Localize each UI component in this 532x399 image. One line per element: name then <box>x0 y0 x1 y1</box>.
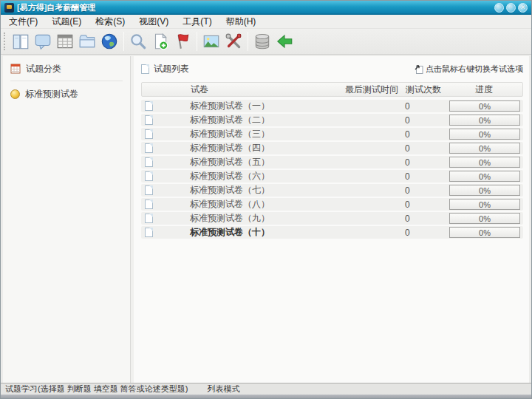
paper-name: 标准预测试卷（七） <box>171 184 321 197</box>
window-title: [易方得]自考薪酬管理 <box>17 2 95 13</box>
window-bottom-edge <box>1 395 531 398</box>
page-icon <box>145 129 153 139</box>
paper-name: 标准预测试卷（六） <box>171 170 321 183</box>
progress-bar: 0% <box>449 143 520 154</box>
test-count: 0 <box>402 143 446 154</box>
page-icon <box>145 171 153 181</box>
database-icon[interactable] <box>251 30 273 52</box>
table-row[interactable]: 标准预测试卷（二） 0 0% <box>141 114 523 126</box>
menu-file[interactable]: 文件(F) <box>9 16 38 28</box>
table-row[interactable]: 标准预测试卷（五） 0 0% <box>141 156 523 168</box>
test-count: 0 <box>402 101 446 112</box>
toolbar <box>1 29 531 55</box>
paper-name: 标准预测试卷（五） <box>171 156 321 168</box>
app-window: [易方得]自考薪酬管理 ─ ▫ ✕ 文件(F) 试题(E) 检索(S) 视图(V… <box>0 0 532 399</box>
list-header: 试题列表 点击鼠标右键切换考试选项 <box>141 62 523 75</box>
menu-help[interactable]: 帮助(H) <box>226 16 256 28</box>
paper-name: 标准预测试卷（八） <box>171 198 321 211</box>
menu-questions[interactable]: 试题(E) <box>52 16 81 28</box>
sidebar-item-label: 标准预测试卷 <box>25 88 78 100</box>
column-last-test-time: 最后测试时间 <box>320 83 401 96</box>
page-icon <box>145 228 153 237</box>
column-test-count: 测试次数 <box>401 83 446 96</box>
sidebar-item-standard-papers[interactable]: 标准预测试卷 <box>10 88 130 100</box>
test-count: 0 <box>402 171 446 182</box>
test-count: 0 <box>402 200 446 210</box>
menu-tools[interactable]: 工具(T) <box>183 16 211 28</box>
progress-bar: 0% <box>449 129 520 140</box>
progress-bar: 0% <box>449 157 520 168</box>
test-count: 0 <box>402 129 446 140</box>
back-arrow-icon[interactable] <box>273 30 296 52</box>
flag-icon[interactable] <box>171 30 194 52</box>
progress-bar: 0% <box>449 213 520 224</box>
page-icon <box>145 101 153 111</box>
menu-bar: 文件(F) 试题(E) 检索(S) 视图(V) 工具(T) 帮助(H) <box>1 15 531 29</box>
open-book-icon[interactable] <box>10 30 32 52</box>
hint-label: 点击鼠标右键切换考试选项 <box>426 64 523 75</box>
calendar-icon[interactable] <box>54 30 76 52</box>
maximize-button[interactable]: ▫ <box>506 3 516 13</box>
table-row[interactable]: 标准预测试卷（一） 0 0% <box>141 100 523 112</box>
table-row[interactable]: 标准预测试卷（六） 0 0% <box>141 170 523 183</box>
progress-bar: 0% <box>449 185 520 196</box>
add-page-icon[interactable] <box>149 30 171 52</box>
toolbar-grip[interactable] <box>4 33 7 50</box>
title-bar: [易方得]自考薪酬管理 ─ ▫ ✕ <box>1 1 531 15</box>
globe-icon[interactable] <box>98 30 120 52</box>
table-row-selected[interactable]: 标准预测试卷（十） 0 0% <box>141 226 523 239</box>
table-row[interactable]: 标准预测试卷（八） 0 0% <box>141 198 523 211</box>
table-header-row: 试卷 最后测试时间 测试次数 进度 <box>141 82 523 97</box>
sidebar-header: 试题分类 <box>10 63 130 75</box>
test-count: 0 <box>402 214 446 224</box>
page-icon <box>145 115 153 125</box>
toolbar-separator <box>123 32 124 51</box>
paper-name: 标准预测试卷（一） <box>171 100 321 112</box>
minimize-button[interactable]: ─ <box>494 3 504 13</box>
paper-name: 标准预测试卷（四） <box>171 142 321 154</box>
test-count: 0 <box>402 157 446 168</box>
status-bar: 试题学习(选择题 判断题 填空题 简答或论述类型题) 列表模式 <box>1 383 531 395</box>
sidebar-header-label: 试题分类 <box>26 63 61 75</box>
comment-icon[interactable] <box>32 30 54 52</box>
table-row[interactable]: 标准预测试卷（三） 0 0% <box>141 128 523 140</box>
paper-name: 标准预测试卷（十） <box>171 226 321 239</box>
sidebar-separator <box>10 81 123 81</box>
paper-name: 标准预测试卷（九） <box>171 212 321 225</box>
status-view-mode: 列表模式 <box>208 383 240 395</box>
right-click-hint[interactable]: 点击鼠标右键切换考试选项 <box>415 64 523 75</box>
window-controls: ─ ▫ ✕ <box>494 3 528 13</box>
toolbar-separator <box>197 32 197 51</box>
test-count: 0 <box>402 115 446 126</box>
status-study-modes: 试题学习(选择题 判断题 填空题 简答或论述类型题) <box>5 383 188 395</box>
toolbar-separator <box>248 32 248 51</box>
test-count: 0 <box>402 228 446 238</box>
page-icon <box>145 214 153 223</box>
tools-icon[interactable] <box>222 30 245 52</box>
folder-icon[interactable] <box>76 30 98 52</box>
page-icon <box>145 200 153 209</box>
search-icon[interactable] <box>127 30 149 52</box>
paper-list-panel: 试题列表 点击鼠标右键切换考试选项 试卷 最后测试时间 测试次数 进度 <box>134 56 529 383</box>
progress-bar: 0% <box>449 100 520 112</box>
table-row[interactable]: 标准预测试卷（四） 0 0% <box>141 142 523 154</box>
paper-table: 试卷 最后测试时间 测试次数 进度 标准预测试卷（一） 0 0% 标准预测试卷（… <box>141 82 523 240</box>
table-row[interactable]: 标准预测试卷（七） 0 0% <box>141 184 523 197</box>
category-sidebar: 试题分类 标准预测试卷 <box>3 56 130 383</box>
hint-page-arrow-icon <box>415 64 423 74</box>
list-page-icon <box>141 64 149 74</box>
page-icon <box>145 143 153 153</box>
table-row[interactable]: 标准预测试卷（九） 0 0% <box>141 212 523 225</box>
close-button[interactable]: ✕ <box>518 3 528 13</box>
paper-name: 标准预测试卷（三） <box>171 128 321 140</box>
progress-bar: 0% <box>449 199 520 210</box>
progress-bar: 0% <box>449 171 520 182</box>
menu-view[interactable]: 视图(V) <box>139 16 168 28</box>
image-icon[interactable] <box>200 30 222 52</box>
page-icon <box>145 157 153 167</box>
content-area: 试题分类 标准预测试卷 试题列表 点击鼠 <box>1 55 531 383</box>
test-count: 0 <box>402 185 446 196</box>
list-title: 试题列表 <box>154 63 189 75</box>
app-icon <box>4 3 14 13</box>
menu-search[interactable]: 检索(S) <box>95 16 125 28</box>
